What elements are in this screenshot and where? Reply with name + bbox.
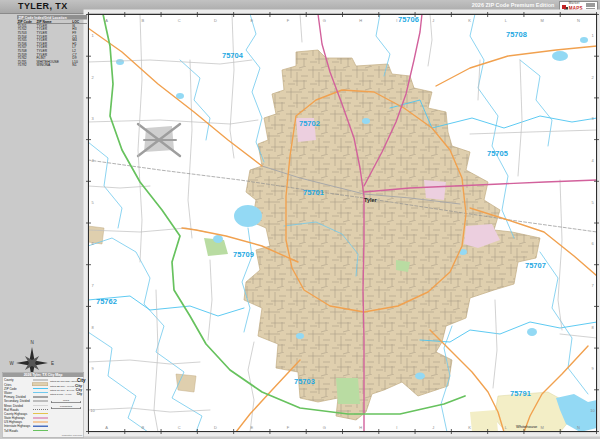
grid-label: G (323, 18, 326, 23)
grid-label: J (432, 425, 434, 430)
zip-label-75706: 75706 (398, 15, 419, 24)
scale-bar-kilometers: Kilometers (50, 404, 82, 409)
legend-sample-secondary (33, 401, 48, 402)
grid-label: G (323, 425, 326, 430)
city-label: Whitehouse (516, 424, 538, 429)
grid-label: D (214, 18, 217, 23)
pond-4 (362, 118, 370, 124)
zip-label-75709: 75709 (233, 250, 254, 259)
legend-footer: MarketMAPS.com (3, 433, 84, 437)
legend-sample-interstate (33, 426, 48, 427)
legend-sample-toll (33, 430, 48, 431)
grid-label: J (432, 18, 434, 23)
legend-sample-primary (33, 396, 48, 397)
page: { "header": { "title": "TYLER, TX", "edi… (0, 0, 600, 439)
city-label: Tyler (364, 197, 378, 203)
grid-label: H (359, 425, 362, 430)
pond-3 (580, 37, 588, 43)
map-canvas: 7570475706757087570275705757017570975707… (0, 0, 600, 439)
legend-sample-zip (33, 388, 48, 389)
zip-label-75708: 75708 (506, 30, 527, 39)
legend-sample-water (33, 392, 48, 393)
zip-label-75702: 75702 (299, 119, 320, 128)
grid-label: I (396, 425, 397, 430)
zip-index-panel: ZIP Code Index/Grid Location ZIP Code ZI… (17, 15, 87, 67)
grid-label: E (250, 18, 253, 23)
scale-bar-miles: Miles (50, 398, 82, 403)
legend-sample-cities (32, 383, 48, 387)
pond-7 (116, 59, 124, 65)
legend-city-sizes: Cities 50,000 and AboveCityCities 25,000… (50, 378, 82, 433)
zip-label-75704: 75704 (222, 51, 244, 60)
grid-label: K (468, 425, 471, 430)
compass-w: W (9, 361, 14, 366)
grid-label: 10 (90, 408, 95, 413)
zip-label-75791: 75791 (510, 389, 531, 398)
legend-sample-us-hwy (33, 422, 48, 423)
compass-e: E (51, 361, 54, 366)
legend-sample-rail (33, 409, 48, 410)
legend-city-size: Cities 5,000 - 9,999City (50, 392, 82, 397)
zip-label-75707: 75707 (525, 261, 546, 270)
grid-label: B (142, 425, 145, 430)
legend-sample-county-hwy (33, 413, 48, 414)
grid-label: C (178, 18, 181, 23)
campus-area-2 (424, 180, 446, 200)
grid-label: M (540, 425, 543, 430)
grid-label: H (359, 18, 362, 23)
legend-item: Toll Roads (4, 428, 48, 432)
grid-label: K (468, 18, 471, 23)
grid-label: N (577, 18, 580, 23)
grid-label: 10 (590, 408, 595, 413)
zip-label-75705: 75705 (487, 149, 508, 158)
zip-label-75701: 75701 (303, 188, 324, 197)
legend-sample-county (33, 380, 48, 381)
grid-label: B (142, 18, 145, 23)
legend-symbol-list: CountyCitiesZIP CodeWaterPrimary, Divide… (4, 378, 48, 433)
pond-2 (552, 51, 568, 61)
grid-label: A (105, 18, 108, 23)
pond-10 (415, 373, 425, 380)
park-east (396, 260, 410, 272)
pond-1 (213, 235, 223, 243)
grid-label: E (250, 425, 253, 430)
zip-label-75703: 75703 (294, 377, 315, 386)
faulkner-park (336, 378, 360, 404)
zip-label-75762: 75762 (96, 297, 117, 306)
table-row: 75792WINONAN1 (17, 63, 87, 67)
compass-n: N (30, 340, 33, 345)
legend-sample-minor (33, 405, 48, 406)
grid-label: D (214, 425, 217, 430)
pond-9 (296, 333, 304, 339)
bellwood-lake (234, 205, 262, 227)
zip-index-table: ZIP Code ZIP Name LOC 75701TYLERI675702T… (17, 20, 87, 67)
grid-label: A (105, 425, 108, 430)
legend-panel: 2026 Tyler, TX City Map CountyCitiesZIP … (2, 372, 84, 438)
grid-label: M (540, 18, 543, 23)
pond-8 (527, 328, 537, 336)
grid-label: N (577, 425, 580, 430)
grid-label: I (396, 18, 397, 23)
grid-label: C (178, 425, 181, 430)
legend-sample-state-hwy (33, 417, 48, 418)
whitehouse-area-2 (470, 410, 498, 432)
